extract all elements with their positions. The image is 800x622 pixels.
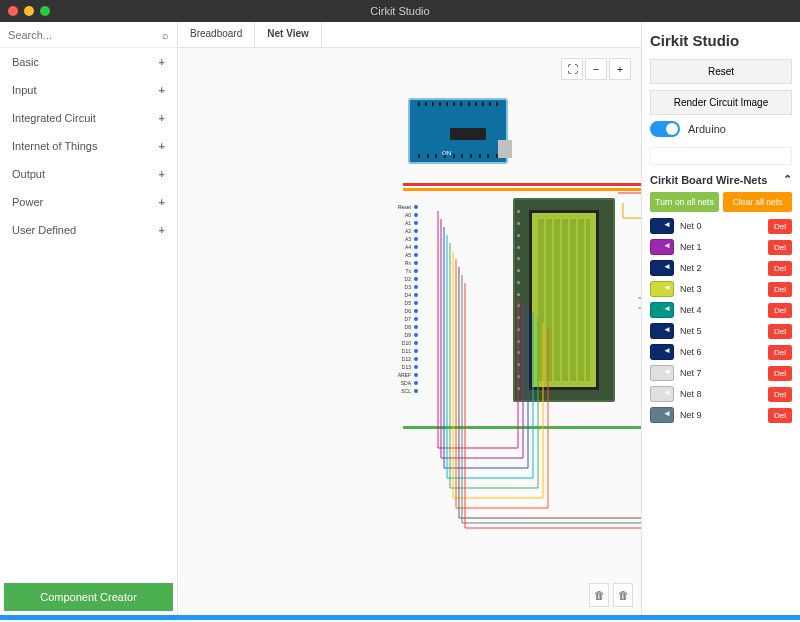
net-delete-button[interactable]: Del bbox=[768, 408, 792, 423]
pin-label: A5 bbox=[388, 252, 414, 258]
pin-rx[interactable]: Rx bbox=[388, 259, 438, 267]
net-color-swatch[interactable] bbox=[650, 323, 674, 339]
pin-dot bbox=[414, 213, 418, 217]
net-label: Net 3 bbox=[680, 284, 762, 294]
tab-breadboard[interactable]: Breadboard bbox=[178, 22, 255, 47]
pin-a2[interactable]: A2 bbox=[388, 227, 438, 235]
net-color-swatch[interactable] bbox=[650, 407, 674, 423]
pin-dot bbox=[414, 357, 418, 361]
pin-d5[interactable]: D5 bbox=[388, 299, 438, 307]
lcd-display[interactable] bbox=[513, 198, 615, 402]
pin-d9[interactable]: D9 bbox=[388, 331, 438, 339]
net-color-swatch[interactable] bbox=[650, 260, 674, 276]
net-color-swatch[interactable] bbox=[650, 218, 674, 234]
pin-d3[interactable]: D3 bbox=[388, 283, 438, 291]
net-row-1: Net 1Del bbox=[650, 239, 792, 255]
pin-dot bbox=[414, 293, 418, 297]
net-color-swatch[interactable] bbox=[650, 239, 674, 255]
pin-dot bbox=[414, 373, 418, 377]
pin-d7[interactable]: D7 bbox=[388, 315, 438, 323]
delete-button-b[interactable]: 🗑 bbox=[613, 583, 633, 607]
pin-a0[interactable]: A0 bbox=[388, 211, 438, 219]
pin-sda[interactable]: SDA bbox=[388, 379, 438, 387]
arduino-toggle[interactable] bbox=[650, 121, 680, 137]
category-integrated-circuit[interactable]: Integrated Circuit+ bbox=[0, 104, 177, 132]
clear-all-nets-button[interactable]: Clear all nets bbox=[723, 192, 792, 212]
arduino-toggle-label: Arduino bbox=[688, 123, 726, 135]
pin-a3[interactable]: A3 bbox=[388, 235, 438, 243]
pin-d10[interactable]: D10 bbox=[388, 339, 438, 347]
delete-button-a[interactable]: 🗑 bbox=[589, 583, 609, 607]
pin-label: D4 bbox=[388, 292, 414, 298]
pin-a1[interactable]: A1 bbox=[388, 219, 438, 227]
pin-dot bbox=[414, 341, 418, 345]
category-user-defined[interactable]: User Defined+ bbox=[0, 216, 177, 244]
window-title: Cirkit Studio bbox=[0, 5, 800, 17]
turn-on-all-nets-button[interactable]: Turn on all nets bbox=[650, 192, 719, 212]
pin-aref[interactable]: AREF bbox=[388, 371, 438, 379]
net-color-swatch[interactable] bbox=[650, 302, 674, 318]
net-row-0: Net 0Del bbox=[650, 218, 792, 234]
pin-d8[interactable]: D8 bbox=[388, 323, 438, 331]
category-internet-of-things[interactable]: Internet of Things+ bbox=[0, 132, 177, 160]
panel-title: Cirkit Studio bbox=[650, 32, 792, 49]
power-rail-5v-a[interactable] bbox=[403, 183, 641, 186]
net-delete-button[interactable]: Del bbox=[768, 345, 792, 360]
net-delete-button[interactable]: Del bbox=[768, 387, 792, 402]
pin-dot bbox=[414, 389, 418, 393]
workspace: BreadboardNet View ⛶ − + ON 5V 5V GND bbox=[178, 22, 642, 615]
pin-dot bbox=[414, 317, 418, 321]
plus-icon: + bbox=[159, 112, 165, 124]
pin-d6[interactable]: D6 bbox=[388, 307, 438, 315]
net-color-swatch[interactable] bbox=[650, 344, 674, 360]
net-delete-button[interactable]: Del bbox=[768, 282, 792, 297]
pin-d2[interactable]: D2 bbox=[388, 275, 438, 283]
pin-reset[interactable]: Reset bbox=[388, 203, 438, 211]
net-delete-button[interactable]: Del bbox=[768, 324, 792, 339]
pin-label: Tx bbox=[388, 268, 414, 274]
pin-d11[interactable]: D11 bbox=[388, 347, 438, 355]
net-color-swatch[interactable] bbox=[650, 365, 674, 381]
search-icon[interactable]: ⌕ bbox=[162, 29, 169, 41]
plus-icon: + bbox=[159, 168, 165, 180]
empty-input[interactable] bbox=[650, 147, 792, 165]
pin-a4[interactable]: A4 bbox=[388, 243, 438, 251]
ground-rail[interactable] bbox=[403, 426, 641, 429]
canvas[interactable]: ⛶ − + ON 5V 5V GND ResetA0A1A2A3A4A5RxTx… bbox=[178, 48, 641, 615]
component-creator-button[interactable]: Component Creator bbox=[4, 583, 173, 611]
render-button[interactable]: Render Circuit Image bbox=[650, 90, 792, 115]
category-output[interactable]: Output+ bbox=[0, 160, 177, 188]
pin-label: A0 bbox=[388, 212, 414, 218]
category-label: Basic bbox=[12, 56, 39, 68]
net-delete-button[interactable]: Del bbox=[768, 261, 792, 276]
category-power[interactable]: Power+ bbox=[0, 188, 177, 216]
plus-icon: + bbox=[159, 140, 165, 152]
net-delete-button[interactable]: Del bbox=[768, 219, 792, 234]
category-input[interactable]: Input+ bbox=[0, 76, 177, 104]
arduino-board[interactable]: ON bbox=[408, 98, 508, 164]
plus-icon: + bbox=[159, 224, 165, 236]
pin-label: A4 bbox=[388, 244, 414, 250]
reset-button[interactable]: Reset bbox=[650, 59, 792, 84]
category-basic[interactable]: Basic+ bbox=[0, 48, 177, 76]
net-delete-button[interactable]: Del bbox=[768, 303, 792, 318]
net-delete-button[interactable]: Del bbox=[768, 240, 792, 255]
net-color-swatch[interactable] bbox=[650, 386, 674, 402]
status-bar bbox=[0, 615, 800, 620]
pin-label: D6 bbox=[388, 308, 414, 314]
power-rail-5v-b[interactable] bbox=[403, 188, 641, 191]
net-label: Net 7 bbox=[680, 368, 762, 378]
tab-net-view[interactable]: Net View bbox=[255, 22, 322, 47]
pin-scl[interactable]: SCL bbox=[388, 387, 438, 395]
pin-d4[interactable]: D4 bbox=[388, 291, 438, 299]
pin-d13[interactable]: D13 bbox=[388, 363, 438, 371]
pin-d12[interactable]: D12 bbox=[388, 355, 438, 363]
pin-label: D3 bbox=[388, 284, 414, 290]
pin-a5[interactable]: A5 bbox=[388, 251, 438, 259]
search-input[interactable] bbox=[8, 29, 162, 41]
wire-nets-header[interactable]: Cirkit Board Wire-Nets ⌃ bbox=[650, 173, 792, 186]
pin-tx[interactable]: Tx bbox=[388, 267, 438, 275]
net-color-swatch[interactable] bbox=[650, 281, 674, 297]
net-delete-button[interactable]: Del bbox=[768, 366, 792, 381]
pin-label: D9 bbox=[388, 332, 414, 338]
